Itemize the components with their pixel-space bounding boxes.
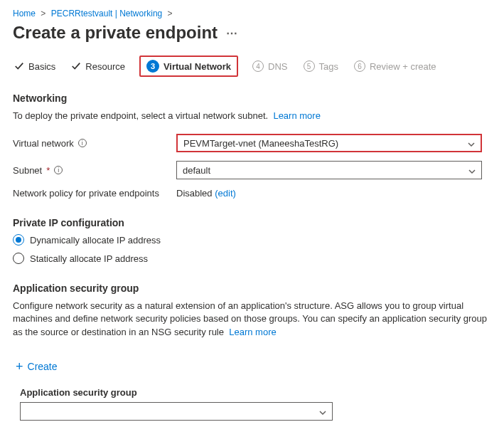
subnet-label: Subnet * i <box>13 165 176 176</box>
info-icon[interactable]: i <box>54 166 63 174</box>
tab-virtual-network[interactable]: 3 Virtual Network <box>139 56 238 77</box>
policy-label: Network policy for private endpoints <box>13 188 176 199</box>
check-icon <box>14 61 24 71</box>
subnet-select[interactable]: default <box>176 161 482 179</box>
vnet-row: Virtual network i PEVMTarget-vnet (Manee… <box>13 134 491 152</box>
breadcrumb: Home > PECRRtestvault | Networking > <box>13 9 491 19</box>
required-asterisk: * <box>46 165 50 176</box>
tab-review[interactable]: 6 Review + create <box>353 58 438 75</box>
subnet-row: Subnet * i default <box>13 161 491 179</box>
tab-label: Review + create <box>370 61 436 72</box>
policy-value: Disabled <box>176 188 213 199</box>
tab-tags[interactable]: 5 Tags <box>302 58 340 75</box>
step-badge: 6 <box>354 60 365 72</box>
page-title-text: Create a private endpoint <box>13 23 218 43</box>
vnet-label: Virtual network i <box>13 138 176 149</box>
vnet-value: PEVMTarget-vnet (ManeeshaTestRG) <box>183 138 338 149</box>
ip-static-option[interactable]: Statically allocate IP address <box>13 253 491 264</box>
chevron-down-icon <box>319 408 326 415</box>
ip-static-label: Statically allocate IP address <box>30 253 148 264</box>
tab-resource[interactable]: Resource <box>70 58 127 75</box>
more-icon[interactable]: ⋯ <box>226 26 237 40</box>
chevron-right-icon: > <box>41 9 45 19</box>
subnet-value: default <box>183 165 210 176</box>
tab-dns[interactable]: 4 DNS <box>251 58 289 75</box>
chevron-right-icon: > <box>168 9 173 19</box>
tab-basics[interactable]: Basics <box>13 58 57 75</box>
tab-label: Tags <box>319 61 338 72</box>
vnet-label-text: Virtual network <box>13 138 74 149</box>
ip-dynamic-option[interactable]: Dynamically allocate IP address <box>13 234 491 246</box>
breadcrumb-home[interactable]: Home <box>13 9 36 19</box>
policy-edit-link[interactable]: (edit) <box>215 188 236 199</box>
networking-section-desc: To deploy the private endpoint, select a… <box>13 110 491 122</box>
plus-icon: + <box>16 360 23 373</box>
subnet-label-text: Subnet <box>13 165 42 176</box>
ip-config-title: Private IP configuration <box>13 217 491 228</box>
tab-label: Resource <box>85 61 125 72</box>
radio-icon <box>13 234 24 246</box>
radio-icon <box>13 253 24 264</box>
asg-select[interactable] <box>20 402 333 421</box>
asg-create-label: Create <box>28 361 58 372</box>
policy-row: Network policy for private endpoints Dis… <box>13 188 491 199</box>
step-badge: 5 <box>304 60 315 72</box>
networking-section-title: Networking <box>13 93 491 104</box>
asg-learn-more-link[interactable]: Learn more <box>229 327 276 337</box>
step-badge: 3 <box>146 60 159 73</box>
tab-label: Virtual Network <box>163 61 231 72</box>
chevron-down-icon <box>468 139 475 147</box>
tab-label: Basics <box>28 61 55 72</box>
breadcrumb-vault[interactable]: PECRRtestvault | Networking <box>51 9 163 19</box>
info-icon[interactable]: i <box>78 139 87 147</box>
wizard-tabs: Basics Resource 3 Virtual Network 4 DNS … <box>13 56 491 77</box>
networking-learn-more-link[interactable]: Learn more <box>273 110 320 121</box>
ip-dynamic-label: Dynamically allocate IP address <box>30 235 161 246</box>
asg-create-button[interactable]: + Create <box>16 360 58 373</box>
asg-title: Application security group <box>13 283 491 294</box>
asg-desc: Configure network security as a natural … <box>13 300 491 339</box>
vnet-select[interactable]: PEVMTarget-vnet (ManeeshaTestRG) <box>176 134 482 152</box>
page-title: Create a private endpoint ⋯ <box>13 23 491 43</box>
policy-value-wrap: Disabled (edit) <box>176 188 482 199</box>
networking-desc-text: To deploy the private endpoint, select a… <box>13 110 268 121</box>
asg-dropdown-label: Application security group <box>20 387 491 398</box>
step-badge: 4 <box>252 60 264 72</box>
chevron-down-icon <box>468 167 476 174</box>
check-icon <box>71 61 81 71</box>
tab-label: DNS <box>268 61 287 72</box>
